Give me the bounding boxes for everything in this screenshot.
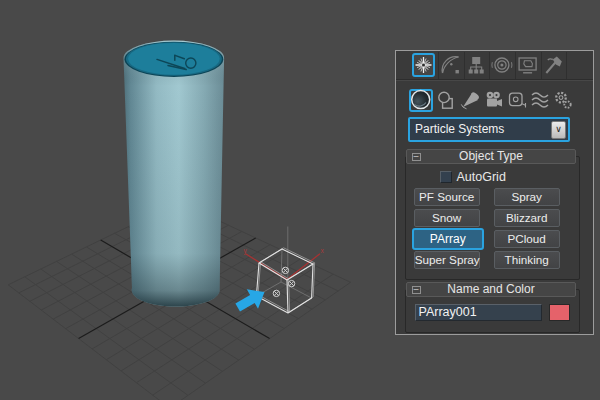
svg-text:x: x (321, 247, 325, 254)
svg-text:y: y (244, 247, 248, 255)
